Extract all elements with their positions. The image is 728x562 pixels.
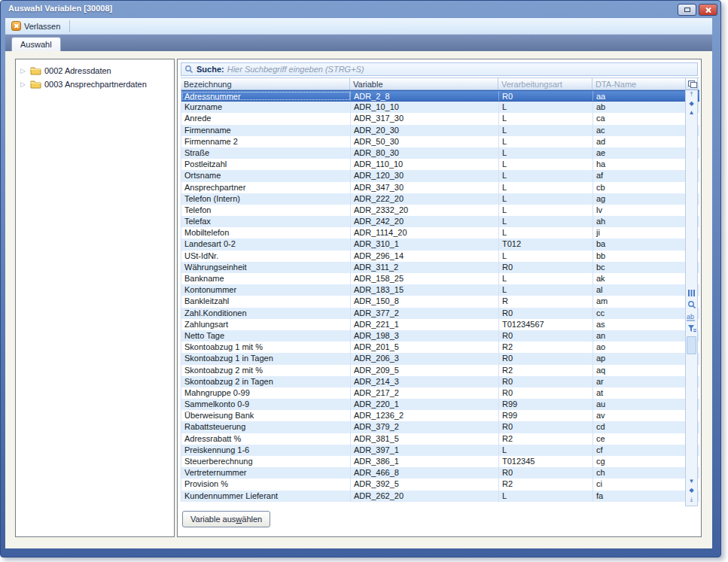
filter-icon[interactable]	[687, 324, 696, 333]
table-cell: Steuerberechnung	[181, 456, 351, 467]
tree-item[interactable]: ▷0003 Ansprechpartnerdaten	[16, 77, 174, 91]
table-cell: ADR_10_10	[351, 102, 499, 113]
table-cell: Telefon	[181, 205, 351, 216]
table-row[interactable]: Adressrabatt %ADR_381_5R2ce	[181, 433, 699, 445]
table-row[interactable]: Landesart 0-2ADR_310_1T012ba	[181, 238, 699, 250]
table-cell: ADR_221_1	[351, 319, 499, 330]
scroll-to-top-button[interactable]: ⤒	[686, 90, 697, 99]
scroll-to-bottom-button[interactable]: ⤓	[686, 495, 697, 504]
column-header-bezeichnung[interactable]: Bezeichnung	[181, 78, 350, 90]
table-row[interactable]: TelefonADR_2332_20Llv	[181, 205, 699, 216]
scroll-down-button[interactable]: ▼	[686, 477, 697, 486]
grid-scrollbar[interactable]: ⤒ ◆ ▲ ab	[685, 77, 698, 506]
column-header-verarbeitungsart[interactable]: Verarbeitungsart	[498, 78, 592, 90]
search-bar[interactable]: Suche: Hier Suchbegriff eingeben (STRG+S…	[181, 62, 698, 76]
table-cell: am	[593, 296, 687, 307]
table-row[interactable]: Skontoabzug 2 in TagenADR_214_3R0ar	[181, 376, 699, 387]
grid-rows: AdressnummerADR_2_8R0aaKurznameADR_10_10…	[181, 90, 699, 502]
table-row[interactable]: RabattsteuerungADR_379_2R0cd	[181, 421, 699, 433]
table-cell: ap	[593, 353, 687, 364]
restore-button[interactable]	[678, 4, 696, 16]
table-row[interactable]: Netto TageADR_198_3R0an	[181, 330, 699, 342]
find-panel-icon[interactable]: ab	[687, 312, 696, 321]
table-cell: Adressnummer	[181, 91, 351, 101]
table-row[interactable]: SteuerberechnungADR_386_1T012345cg	[181, 456, 699, 467]
table-row[interactable]: Skontoabzug 1 mit %ADR_201_5R2ao	[181, 342, 699, 353]
tab-auswahl[interactable]: Auswahl	[11, 37, 61, 51]
table-row[interactable]: TelefaxADR_242_20Lah	[181, 216, 699, 227]
table-row[interactable]: Skontoabzug 1 in TagenADR_206_3R0ap	[181, 353, 699, 364]
table-row[interactable]: Skontoabzug 2 mit %ADR_209_5R2aq	[181, 365, 699, 376]
table-cell: Skontoabzug 1 mit %	[181, 342, 351, 353]
table-row[interactable]: BanknameADR_158_25Lak	[181, 273, 699, 284]
tree-item[interactable]: ▷0002 Adressdaten	[16, 64, 174, 77]
search-label: Suche:	[196, 65, 224, 74]
table-row[interactable]: Zahl.KonditionenADR_377_2R0cc	[181, 308, 699, 319]
search-input[interactable]: Hier Suchbegriff eingeben (STRG+S)	[227, 65, 364, 74]
table-row[interactable]: ZahlungsartADR_221_1T01234567as	[181, 319, 699, 330]
table-row[interactable]: OrtsnameADR_120_30Laf	[181, 170, 699, 181]
scrollbar-thumb[interactable]	[687, 336, 696, 354]
table-row[interactable]: AnredeADR_317_30Lca	[181, 113, 699, 124]
close-button[interactable]	[699, 4, 717, 16]
table-cell: cf	[593, 445, 687, 456]
table-row[interactable]: KontonummerADR_183_15Lal	[181, 284, 699, 296]
table-cell: ADR_296_14	[351, 251, 499, 262]
column-header-variable[interactable]: Variable	[350, 78, 498, 90]
column-chooser-button[interactable]	[686, 78, 697, 90]
columns-icon[interactable]	[687, 289, 696, 297]
table-row[interactable]: Telefon (Intern)ADR_222_20Lag	[181, 193, 699, 205]
table-row[interactable]: KurznameADR_10_10Lab	[181, 102, 699, 113]
scroll-page-up-button[interactable]: ◆	[686, 99, 697, 108]
table-cell: Landesart 0-2	[181, 238, 351, 250]
table-row[interactable]: AnsprechpartnerADR_347_30Lcb	[181, 182, 699, 193]
expander-icon[interactable]: ▷	[20, 81, 27, 88]
table-cell: Netto Tage	[181, 330, 351, 342]
expander-icon[interactable]: ▷	[20, 67, 27, 74]
restore-icon	[684, 8, 690, 12]
table-cell: L	[499, 147, 593, 159]
table-cell: L	[499, 284, 593, 296]
table-cell: ao	[593, 342, 687, 353]
table-cell: ac	[593, 125, 687, 136]
category-tree[interactable]: ▷0002 Adressdaten▷0003 Ansprechpartnerda…	[15, 59, 175, 537]
table-row[interactable]: MobiltelefonADR_1114_20Lji	[181, 227, 699, 238]
table-cell: cd	[593, 421, 687, 433]
table-row[interactable]: Firmenname 2ADR_50_30Lad	[181, 136, 699, 147]
table-cell: Firmenname 2	[181, 136, 351, 147]
table-cell: R0	[499, 262, 593, 273]
table-row[interactable]: Provision %ADR_392_5R2ci	[181, 478, 699, 490]
table-row[interactable]: PostleitzahlADR_110_10Lha	[181, 159, 699, 170]
table-row[interactable]: AdressnummerADR_2_8R0aa	[181, 90, 699, 102]
table-row[interactable]: Sammelkonto 0-9ADR_220_1R99au	[181, 399, 699, 410]
scroll-page-down-button[interactable]: ◆	[686, 486, 697, 495]
table-row[interactable]: Mahngruppe 0-99ADR_217_2R0at	[181, 387, 699, 399]
table-row[interactable]: Überweisung BankADR_1236_2R99av	[181, 410, 699, 421]
tree-item-label: 0003 Ansprechpartnerdaten	[44, 80, 147, 89]
scroll-up-button[interactable]: ▲	[686, 108, 697, 117]
table-cell: ADR_392_5	[351, 478, 499, 490]
table-row[interactable]: FirmennameADR_20_30Lac	[181, 125, 699, 136]
table-cell: ADR_80_30	[351, 147, 499, 159]
verlassen-button[interactable]: Verlassen	[9, 20, 65, 32]
table-row[interactable]: Kundennummer LieferantADR_262_20Lfa	[181, 491, 699, 502]
table-cell: ADR_110_10	[351, 159, 499, 170]
table-row[interactable]: Preiskennung 1-6ADR_397_1Lcf	[181, 445, 699, 456]
column-header-dta-name[interactable]: DTA-Name	[592, 78, 687, 90]
table-cell: at	[593, 387, 687, 399]
variable-auswaehlen-button[interactable]: Variable auswählen	[182, 511, 270, 527]
folder-icon	[30, 80, 41, 89]
table-row[interactable]: BankleitzahlADR_150_8Ram	[181, 296, 699, 307]
table-cell: lv	[593, 205, 687, 216]
table-row[interactable]: StraßeADR_80_30Lae	[181, 147, 699, 159]
table-cell: L	[499, 113, 593, 124]
zoom-search-icon[interactable]	[687, 300, 696, 309]
table-cell: ADR_209_5	[351, 365, 499, 376]
variables-grid: Bezeichnung Variable Verarbeitungsart DT…	[181, 77, 699, 502]
table-row[interactable]: USt-IdNr.ADR_296_14Lbb	[181, 251, 699, 262]
table-cell: ADR_379_2	[351, 421, 499, 433]
table-cell: R0	[499, 91, 593, 101]
table-row[interactable]: VertreternummerADR_466_8R0ch	[181, 467, 699, 478]
titlebar[interactable]: Auswahl Variablen [30008]	[1, 1, 720, 18]
table-row[interactable]: WährungseinheitADR_311_2R0bc	[181, 262, 699, 273]
